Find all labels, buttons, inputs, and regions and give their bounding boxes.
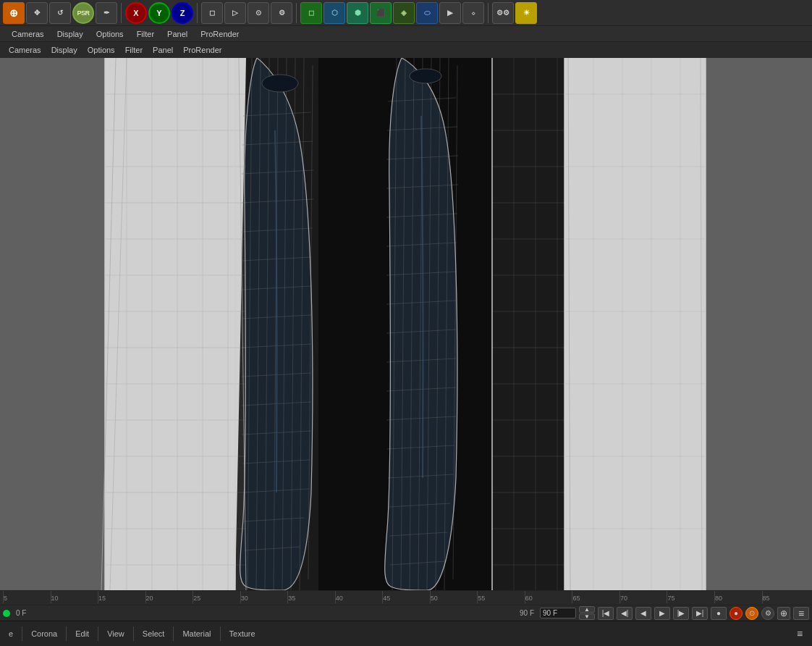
sphere-icon: ⬡ <box>331 9 338 17</box>
tool-undo[interactable]: ↺ <box>49 2 71 24</box>
frame-down-btn[interactable]: ▼ <box>579 613 595 620</box>
frame-stepper: ▲ ▼ <box>579 606 595 620</box>
deform-icon: ⬭ <box>424 9 431 17</box>
create-nurbs[interactable]: ◈ <box>393 2 415 24</box>
motion-btn[interactable]: ⊙ <box>745 607 758 620</box>
tool-pen[interactable]: ✒ <box>96 2 117 24</box>
create-geo[interactable]: ⬢ <box>347 2 368 24</box>
status-select[interactable]: Select <box>138 628 169 639</box>
ruler-mark-5: 5 <box>3 591 51 603</box>
status-view[interactable]: View <box>103 628 129 639</box>
svg-rect-7 <box>492 58 564 590</box>
vp-menu-display[interactable]: Display <box>47 44 82 56</box>
menu-prorender[interactable]: ProRender <box>195 28 245 40</box>
ruler-mark-75: 75 <box>667 591 714 603</box>
ruler-mark-50: 50 <box>430 591 478 603</box>
render-light[interactable]: ☀ <box>515 2 537 24</box>
goto-end-btn[interactable]: ▶| <box>692 607 708 620</box>
mode-play[interactable]: ▷ <box>224 2 246 24</box>
transport-bar: 0 F 90 F ▲ ▼ |◀ ◀| ◀ ▶ |▶ ▶| ● ● ⊙ ⚙ ⊕ ≡ <box>0 605 812 621</box>
tool-new[interactable]: ⊕ <box>3 2 25 24</box>
viewport[interactable]: Cameras Display Options Filter Panel Pro… <box>0 42 812 590</box>
frame-counter-label: 90 F <box>517 609 537 617</box>
separator-1 <box>121 3 122 23</box>
frame-input[interactable] <box>540 608 576 618</box>
menu-display[interactable]: Display <box>51 28 89 40</box>
status-material[interactable]: Material <box>178 628 215 639</box>
tool-select-move[interactable]: ✥ <box>26 2 48 24</box>
vp-menu-prorender[interactable]: ProRender <box>179 44 226 56</box>
vp-menu-filter[interactable]: Filter <box>121 44 147 56</box>
new-icon: ⊕ <box>9 7 18 19</box>
ruler-mark-35: 35 <box>287 591 335 603</box>
next-frame-btn[interactable]: |▶ <box>673 607 689 620</box>
separator-4 <box>488 3 489 23</box>
scene-canvas <box>0 58 812 590</box>
light-icon: ☀ <box>523 9 530 17</box>
undo-icon: ↺ <box>57 9 63 17</box>
top-toolbar: ⊕ ✥ ↺ PSR ✒ X Y Z ◻ ▷ ⊙ ⚙ ◻ ⬡ ⬢ ⬛ ◈ <box>0 0 812 26</box>
status-sep-5 <box>173 626 174 641</box>
mode-object[interactable]: ◻ <box>201 2 223 24</box>
separator-3 <box>296 3 297 23</box>
tool-psr[interactable]: PSR <box>72 2 94 24</box>
prev-frame-btn[interactable]: ◀| <box>617 607 633 620</box>
settings-btn[interactable]: ⚙ <box>761 607 774 620</box>
record-btn[interactable]: ● <box>711 607 727 620</box>
settings-icon: ⚙ <box>279 9 285 17</box>
axis-y[interactable]: Y <box>148 2 170 24</box>
mode-record[interactable]: ⊙ <box>248 2 269 24</box>
ruler-mark-10: 10 <box>51 591 98 603</box>
create-diamond[interactable]: ⬦ <box>462 2 484 24</box>
record-icon: ⊙ <box>255 9 261 17</box>
ruler-marks: 5 10 15 20 25 30 35 40 45 50 55 60 65 70… <box>3 591 809 605</box>
select-move-icon: ✥ <box>34 9 40 17</box>
svg-point-116 <box>410 69 441 83</box>
create-arrow[interactable]: ▶ <box>439 2 461 24</box>
create-deform[interactable]: ⬭ <box>416 2 438 24</box>
render-settings[interactable]: ⚙⚙ <box>492 2 514 24</box>
vp-menu-options[interactable]: Options <box>83 44 119 56</box>
create-cube[interactable]: ◻ <box>300 2 322 24</box>
auto-key-btn[interactable]: ● <box>729 607 743 620</box>
nurbs-icon: ◈ <box>401 9 407 17</box>
menu-options[interactable]: Options <box>90 28 130 40</box>
more-btn[interactable]: ≡ <box>793 607 809 620</box>
svg-point-115 <box>262 75 298 92</box>
status-edit[interactable]: Edit <box>71 628 93 639</box>
mode-settings[interactable]: ⚙ <box>271 2 292 24</box>
viewport-menu-bar: Cameras Display Options Filter Panel Pro… <box>0 42 812 58</box>
svg-marker-4 <box>105 58 246 590</box>
ruler-mark-30: 30 <box>240 591 288 603</box>
pen-icon: ✒ <box>103 9 109 17</box>
status-corona[interactable]: Corona <box>27 628 62 639</box>
ruler-mark-70: 70 <box>619 591 667 603</box>
goto-start-btn[interactable]: |◀ <box>598 607 614 620</box>
menu-panel[interactable]: Panel <box>161 28 193 40</box>
scene-svg <box>0 58 812 590</box>
play-reverse-btn[interactable]: ◀ <box>635 607 651 620</box>
status-app[interactable]: e <box>4 628 17 639</box>
status-menu-btn[interactable]: ≡ <box>792 627 808 640</box>
frame-up-btn[interactable]: ▲ <box>579 606 595 613</box>
arrow-icon: ▶ <box>447 9 453 17</box>
create-mesh[interactable]: ⬛ <box>370 2 392 24</box>
timeline-ruler[interactable]: 5 10 15 20 25 30 35 40 45 50 55 60 65 70… <box>0 590 812 605</box>
ruler-mark-40: 40 <box>335 591 383 603</box>
status-texture[interactable]: Texture <box>225 628 260 639</box>
status-bar: e Corona Edit View Select Material Textu… <box>0 621 812 646</box>
add-key-btn[interactable]: ⊕ <box>777 607 790 620</box>
axis-z[interactable]: Z <box>172 2 193 24</box>
status-sep-4 <box>133 626 134 641</box>
vp-menu-panel[interactable]: Panel <box>148 44 177 56</box>
geo-icon: ⬢ <box>355 9 361 17</box>
ruler-mark-15: 15 <box>98 591 145 603</box>
create-sphere[interactable]: ⬡ <box>323 2 345 24</box>
menu-filter[interactable]: Filter <box>131 28 160 40</box>
axis-x[interactable]: X <box>125 2 147 24</box>
menu-cameras[interactable]: Cameras <box>6 28 50 40</box>
play-btn[interactable]: ▶ <box>654 607 670 620</box>
ruler-mark-45: 45 <box>382 591 430 603</box>
play-icon: ▷ <box>232 9 238 17</box>
vp-menu-cameras[interactable]: Cameras <box>4 44 46 56</box>
